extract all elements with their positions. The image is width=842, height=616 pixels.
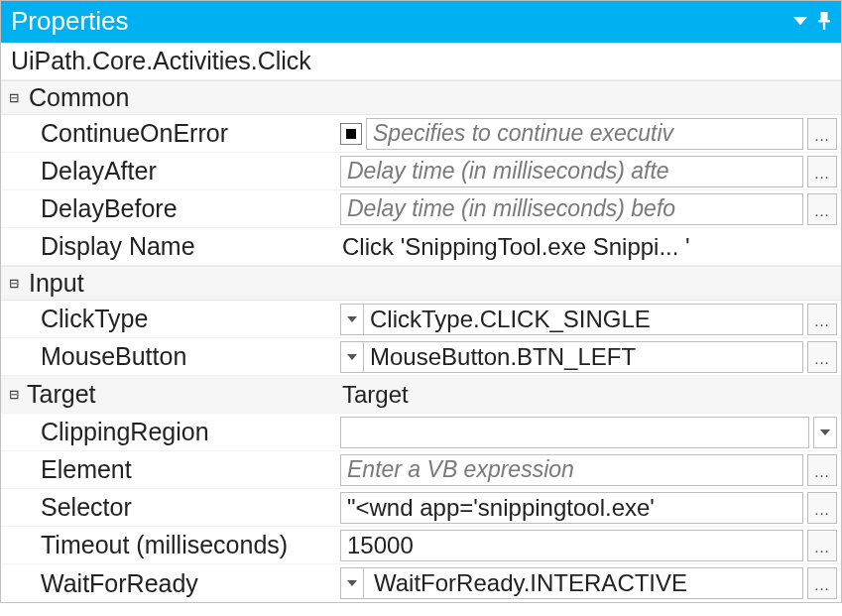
continue-on-error-input[interactable]: Specifies to continue executiv — [366, 118, 803, 150]
dropdown-icon[interactable] — [793, 17, 807, 25]
delay-after-input[interactable]: Delay time (in milliseconds) afte — [340, 156, 803, 187]
timeout-input[interactable]: 15000 — [340, 530, 803, 561]
svg-marker-5 — [347, 354, 357, 360]
wait-for-ready-value[interactable]: WaitForReady.INTERACTIVE — [364, 567, 803, 599]
label-selector: Selector — [1, 489, 336, 526]
section-common-label: Common — [29, 83, 129, 112]
row-element: Element Enter a VB expression … — [1, 451, 841, 489]
label-display-name: Display Name — [1, 228, 336, 265]
row-continue-on-error: ContinueOnError Specifies to continue ex… — [1, 115, 841, 153]
display-name-value[interactable]: Click 'SnippingTool.exe Snippi... ' — [340, 233, 837, 261]
svg-rect-1 — [821, 12, 828, 21]
row-display-name: Display Name Click 'SnippingTool.exe Sni… — [1, 228, 841, 266]
svg-marker-7 — [347, 580, 357, 586]
target-value: Target — [340, 381, 837, 409]
clipping-region-dropdown[interactable] — [813, 417, 837, 448]
mouse-button-dropdown[interactable] — [340, 341, 364, 373]
delay-before-input[interactable]: Delay time (in milliseconds) befo — [340, 193, 803, 225]
activity-class-name: UiPath.Core.Activities.Click — [1, 43, 841, 80]
panel-header-buttons — [793, 12, 831, 31]
properties-body: UiPath.Core.Activities.Click ⊟ Common Co… — [1, 43, 841, 602]
collapse-icon[interactable]: ⊟ — [5, 387, 23, 403]
label-delay-before: DelayBefore — [1, 190, 336, 227]
delay-before-more-button[interactable]: … — [807, 193, 837, 225]
label-target: Target — [27, 380, 95, 409]
timeout-more-button[interactable]: … — [807, 530, 837, 561]
element-more-button[interactable]: … — [807, 454, 837, 486]
label-element: Element — [1, 451, 336, 488]
label-mouse-button: MouseButton — [1, 338, 336, 375]
row-wait-for-ready: WaitForReady WaitForReady.INTERACTIVE … — [1, 564, 841, 602]
delay-after-more-button[interactable]: … — [807, 156, 837, 187]
section-common-header[interactable]: ⊟ Common — [1, 80, 841, 115]
svg-marker-6 — [820, 430, 830, 435]
continue-on-error-more-button[interactable]: … — [807, 118, 837, 150]
panel-title: Properties — [11, 6, 129, 37]
svg-rect-3 — [823, 22, 825, 30]
panel-header: Properties — [1, 1, 841, 43]
continue-on-error-checkbox[interactable] — [340, 123, 362, 145]
label-wait-for-ready: WaitForReady — [1, 564, 336, 602]
click-type-more-button[interactable]: … — [807, 304, 837, 335]
row-target[interactable]: ⊟ Target Target — [1, 376, 841, 414]
wait-for-ready-more-button[interactable]: … — [807, 567, 837, 599]
row-selector: Selector "<wnd app='snippingtool.exe' … — [1, 489, 841, 527]
wait-for-ready-dropdown[interactable] — [340, 567, 364, 599]
mouse-button-more-button[interactable]: … — [807, 341, 837, 373]
section-input-header[interactable]: ⊟ Input — [1, 266, 841, 301]
mouse-button-value[interactable]: MouseButton.BTN_LEFT — [364, 341, 803, 373]
label-click-type: ClickType — [1, 301, 336, 337]
svg-marker-4 — [347, 316, 357, 322]
row-delay-before: DelayBefore Delay time (in milliseconds)… — [1, 190, 841, 228]
row-mouse-button: MouseButton MouseButton.BTN_LEFT … — [1, 338, 841, 376]
row-clipping-region: ClippingRegion — [1, 414, 841, 451]
click-type-value[interactable]: ClickType.CLICK_SINGLE — [364, 304, 803, 335]
element-input[interactable]: Enter a VB expression — [340, 454, 803, 486]
collapse-icon[interactable]: ⊟ — [5, 276, 23, 292]
label-clipping-region: ClippingRegion — [1, 414, 336, 450]
click-type-dropdown[interactable] — [340, 304, 364, 335]
collapse-icon[interactable]: ⊟ — [5, 90, 23, 106]
label-continue-on-error: ContinueOnError — [1, 115, 336, 152]
section-input-label: Input — [29, 269, 84, 298]
label-delay-after: DelayAfter — [1, 153, 336, 189]
clipping-region-input[interactable] — [340, 417, 809, 448]
svg-marker-0 — [793, 17, 807, 25]
selector-input[interactable]: "<wnd app='snippingtool.exe' — [340, 492, 803, 524]
row-delay-after: DelayAfter Delay time (in milliseconds) … — [1, 153, 841, 190]
pin-icon[interactable] — [817, 12, 831, 31]
svg-rect-2 — [818, 20, 830, 22]
row-click-type: ClickType ClickType.CLICK_SINGLE … — [1, 301, 841, 338]
selector-more-button[interactable]: … — [807, 492, 837, 524]
row-timeout: Timeout (milliseconds) 15000 … — [1, 527, 841, 564]
label-timeout: Timeout (milliseconds) — [1, 527, 336, 563]
